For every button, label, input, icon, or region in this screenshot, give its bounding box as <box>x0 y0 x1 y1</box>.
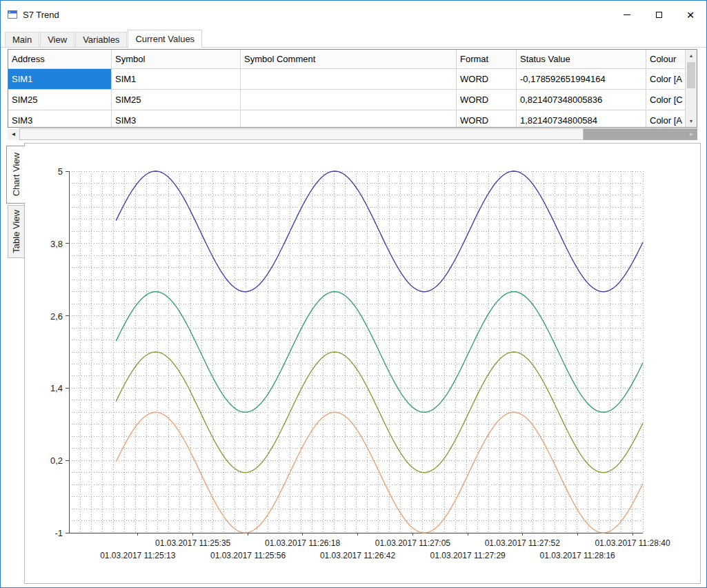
tab-table-view[interactable]: Table View <box>8 205 24 258</box>
grid-header-row: Address Symbol Symbol Comment Format Sta… <box>8 50 697 69</box>
cell-format[interactable]: WORD <box>457 90 517 110</box>
table-row: SIM25 SIM25 WORD 0,821407348005836 Color… <box>8 90 697 110</box>
variables-grid: Address Symbol Symbol Comment Format Sta… <box>8 49 697 128</box>
cell-symbol[interactable]: SIM1 <box>112 69 241 90</box>
cell-format[interactable]: WORD <box>457 69 517 90</box>
y-tick-label: 2,6 <box>50 311 63 322</box>
series-line-blue-series <box>116 171 643 292</box>
cell-status-value[interactable]: 0,821407348005836 <box>517 90 646 110</box>
cell-colour[interactable]: Color [A <box>646 110 686 128</box>
top-tabstrip: Main View Variables Current Values <box>1 30 706 48</box>
cell-address[interactable]: SIM25 <box>8 90 112 110</box>
arrow-down-icon: ▼ <box>689 119 694 124</box>
vertical-scroll-thumb[interactable] <box>687 62 695 88</box>
x-tick-label: 01.03.2017 11:25:13 <box>100 551 176 560</box>
tab-table-view-label: Table View <box>11 210 21 253</box>
tab-chart-view-label: Chart View <box>11 153 21 196</box>
trend-chart: 53,82,61,40,2-101.03.2017 11:25:1301.03.… <box>25 144 700 583</box>
column-header-symbol[interactable]: Symbol <box>112 50 241 69</box>
tab-current-values[interactable]: Current Values <box>128 30 202 48</box>
table-row: SIM3 SIM3 WORD 1,82140734800584 Color [A <box>8 110 697 128</box>
x-tick-label: 01.03.2017 11:27:52 <box>485 538 561 548</box>
cell-symbol[interactable]: SIM3 <box>112 110 241 128</box>
app-window: S7 Trend × Main View Variables Current V… <box>0 0 707 588</box>
cell-format[interactable]: WORD <box>457 110 517 128</box>
minimize-icon <box>624 14 630 15</box>
tab-chart-view[interactable]: Chart View <box>6 146 25 204</box>
column-header-colour[interactable]: Colour <box>646 50 686 69</box>
cell-colour[interactable]: Color [C <box>646 90 686 110</box>
close-button[interactable]: × <box>675 1 706 28</box>
scroll-left-button[interactable]: ◄ <box>8 128 19 140</box>
cell-colour[interactable]: Color [A <box>646 69 686 90</box>
close-icon: × <box>686 8 694 21</box>
series-line-olive-series <box>116 352 643 473</box>
series-line-orange-series <box>116 412 643 533</box>
column-header-symbol-comment[interactable]: Symbol Comment <box>241 50 457 69</box>
column-header-address[interactable]: Address <box>8 50 112 69</box>
minimize-button[interactable] <box>611 1 643 28</box>
y-tick-label: 3,8 <box>50 239 63 249</box>
x-tick-label: 01.03.2017 11:28:16 <box>540 551 616 560</box>
caption-buttons: × <box>611 1 706 28</box>
grid-vertical-scrollbar[interactable]: ▲ ▼ <box>685 50 697 127</box>
cell-symbol-comment[interactable] <box>241 90 457 110</box>
column-header-format[interactable]: Format <box>457 50 517 69</box>
tab-variables[interactable]: Variables <box>75 32 127 47</box>
cell-status-value[interactable]: -0,178592651994164 <box>517 69 646 90</box>
app-icon <box>7 9 18 20</box>
cell-symbol-comment[interactable] <box>241 110 457 128</box>
y-tick-label: 0,2 <box>50 455 63 466</box>
cell-symbol[interactable]: SIM25 <box>112 90 241 110</box>
x-tick-label: 01.03.2017 11:28:40 <box>595 538 670 548</box>
y-tick-label: 5 <box>58 166 63 177</box>
arrow-up-icon: ▲ <box>689 53 694 58</box>
x-tick-label: 01.03.2017 11:25:56 <box>210 551 286 560</box>
maximize-button[interactable] <box>643 1 675 28</box>
cell-symbol-comment[interactable] <box>241 69 457 90</box>
x-tick-label: 01.03.2017 11:26:42 <box>320 551 396 560</box>
tab-main[interactable]: Main <box>5 32 39 47</box>
window-title: S7 Trend <box>23 10 59 20</box>
titlebar[interactable]: S7 Trend × <box>1 1 706 28</box>
x-tick-label: 01.03.2017 11:26:18 <box>265 538 341 548</box>
maximize-icon <box>656 12 662 18</box>
scroll-up-button[interactable]: ▲ <box>686 50 697 61</box>
arrow-right-icon: ► <box>689 131 695 137</box>
cell-address[interactable]: SIM1 <box>8 69 112 90</box>
scroll-down-button[interactable]: ▼ <box>686 115 697 127</box>
y-tick-label: -1 <box>54 528 63 538</box>
column-header-status-value[interactable]: Status Value <box>517 50 646 69</box>
x-tick-label: 01.03.2017 11:25:35 <box>155 538 231 548</box>
cell-address[interactable]: SIM3 <box>8 110 112 128</box>
table-row: SIM1 SIM1 WORD -0,178592651994164 Color … <box>8 69 697 90</box>
grid-horizontal-scrollbar[interactable]: ◄ ► <box>8 128 697 140</box>
arrow-left-icon: ◄ <box>11 131 17 137</box>
cell-status-value[interactable]: 1,82140734800584 <box>517 110 646 128</box>
x-tick-label: 01.03.2017 11:27:29 <box>430 551 506 560</box>
scroll-right-button[interactable]: ► <box>686 128 697 140</box>
series-line-green-series <box>116 292 643 413</box>
horizontal-scroll-thumb[interactable] <box>19 128 584 140</box>
x-tick-label: 01.03.2017 11:27:05 <box>375 538 451 548</box>
chart-panel: 53,82,61,40,2-101.03.2017 11:25:1301.03.… <box>24 143 701 584</box>
y-tick-label: 1,4 <box>50 383 63 393</box>
tab-view[interactable]: View <box>40 32 74 47</box>
